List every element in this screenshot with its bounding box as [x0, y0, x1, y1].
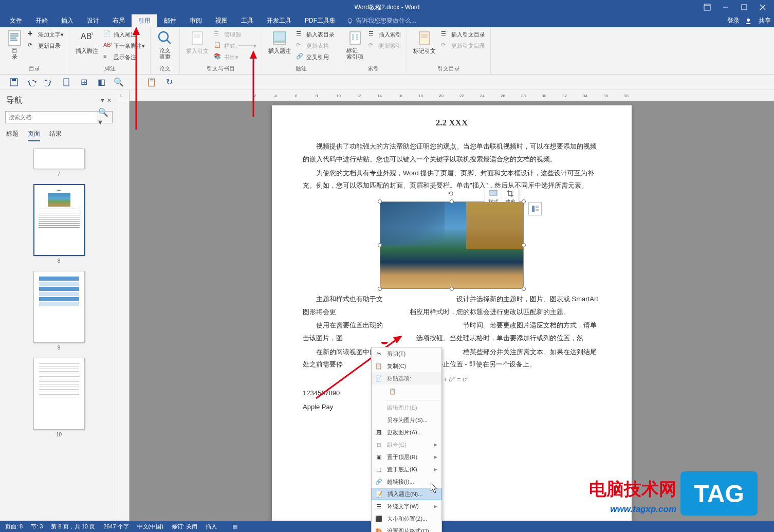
ruler-corner: L — [118, 90, 130, 101]
insert-index-button[interactable]: ☰插入索引 — [366, 29, 403, 40]
selected-image[interactable]: ⟲ 样式 裁剪 — [380, 201, 524, 289]
document-page[interactable]: 2.2 XXX 视频提供了功能强大的方法帮助您证明您的观点。当您单击联机视频时，… — [272, 105, 632, 521]
svg-text:26: 26 — [501, 94, 505, 98]
status-section[interactable]: 节: 3 — [31, 523, 43, 530]
ctx-bring-front[interactable]: ▣置于顶层(R)▶ — [372, 451, 441, 463]
insert-endnote-button[interactable]: 📄插入尾注 — [101, 29, 147, 40]
cross-reference-button[interactable]: 🔗交叉引用 — [294, 51, 337, 63]
tab-tools[interactable]: 工具 — [234, 14, 260, 27]
nav-search-box[interactable]: 🔍 ▾ — [5, 111, 113, 123]
tab-home[interactable]: 开始 — [29, 14, 54, 27]
qat-more-3[interactable]: 🔍 — [110, 76, 127, 89]
resize-handle-l[interactable] — [378, 243, 382, 247]
qat-more-4[interactable]: 📋 — [143, 76, 160, 89]
style-dropdown[interactable]: 📋样式: ▾ — [212, 40, 259, 51]
resize-handle-br[interactable] — [522, 287, 526, 291]
resize-handle-r[interactable] — [522, 243, 526, 247]
qat-more-1[interactable]: ⊞ — [75, 76, 93, 89]
layout-options-button[interactable] — [528, 202, 542, 215]
ctx-send-back[interactable]: ▢置于底层(K)▶ — [372, 463, 441, 475]
document-viewport[interactable]: 2.2 XXX 视频提供了功能强大的方法帮助您证明您的观点。当您单击联机视频时，… — [130, 101, 774, 521]
resize-handle-tr[interactable] — [522, 199, 526, 204]
maximize-icon[interactable] — [735, 0, 753, 14]
thumbnail-7[interactable]: 7 — [0, 149, 118, 177]
toc-button[interactable]: 目 录 — [3, 29, 26, 61]
tab-file[interactable]: 文件 — [3, 14, 29, 27]
tab-design[interactable]: 设计 — [80, 14, 106, 27]
redo-button[interactable] — [40, 76, 58, 89]
status-track-changes[interactable]: 修订: 关闭 — [172, 523, 197, 530]
next-footnote-button[interactable]: AB¹下一条脚注 ▾ — [101, 40, 147, 51]
vertical-ruler[interactable] — [118, 101, 130, 521]
ctx-wrap-text[interactable]: ☰环绕文字(W)▶ — [372, 500, 441, 512]
ctx-format-picture[interactable]: 🎨设置图片格式(O)... — [372, 525, 441, 532]
insert-citation-button[interactable]: 插入引文 — [183, 29, 212, 56]
resize-handle-bl[interactable] — [378, 287, 382, 291]
paper-check-button[interactable]: 论文 查重 — [154, 29, 176, 61]
nav-tab-headings[interactable]: 标题 — [6, 130, 19, 141]
resize-handle-tl[interactable] — [378, 199, 382, 204]
show-notes-button[interactable]: ≡显示备注 — [101, 51, 147, 63]
update-authorities-button[interactable]: ⟳更新引文目录 — [439, 40, 487, 51]
ctx-cut[interactable]: ✂剪切(T) — [372, 347, 441, 360]
thumbnail-8[interactable]: ■■■■ 8 — [0, 184, 118, 264]
ctx-change-picture[interactable]: 🖼更改图片(A)... — [372, 426, 441, 438]
watermark-url: www.tagxp.com — [610, 504, 676, 515]
person-icon — [745, 17, 752, 25]
update-toc-button[interactable]: ⟳更新目录 — [26, 40, 66, 51]
thumbnail-9[interactable]: 9 — [0, 271, 118, 351]
insert-footnote-button[interactable]: AB1 插入脚注 — [72, 29, 101, 56]
status-insert-mode[interactable]: 插入 — [206, 523, 217, 530]
tab-insert[interactable]: 插入 — [54, 14, 80, 27]
nav-close-button[interactable]: ▼ ✕ — [100, 97, 112, 104]
nav-tab-pages[interactable]: 页面 — [28, 130, 40, 141]
ctx-paste-option[interactable]: 📋 — [387, 386, 398, 397]
tab-review[interactable]: 审阅 — [183, 14, 209, 27]
status-page-detail[interactable]: 第 8 页，共 10 页 — [51, 523, 95, 530]
nav-search-input[interactable] — [6, 112, 98, 123]
ctx-copy[interactable]: 📋复制(C) — [372, 360, 441, 372]
update-icon: ⟳ — [296, 42, 304, 50]
qat-more-5[interactable]: ↻ — [160, 76, 178, 89]
mark-citation-button[interactable]: 标记引文 — [410, 29, 439, 56]
sign-in-link[interactable]: 登录 — [727, 16, 740, 25]
status-macro-icon[interactable]: ▦ — [232, 523, 237, 530]
bibliography-button[interactable]: 📚书目 ▾ — [212, 51, 259, 63]
tab-developer[interactable]: 开发工具 — [260, 14, 298, 27]
insert-authorities-button[interactable]: ☰插入引文目录 — [439, 29, 487, 40]
insert-caption-button[interactable]: 插入题注 — [265, 29, 294, 56]
save-button[interactable] — [5, 76, 23, 89]
mark-index-button[interactable]: 标记 索引项 — [343, 29, 366, 61]
resize-handle-t[interactable] — [450, 199, 454, 204]
horizontal-ruler[interactable]: L 2468 10121416 18202224 26283032 343638 — [118, 90, 774, 101]
nav-tab-results[interactable]: 结果 — [49, 130, 62, 141]
tab-view[interactable]: 视图 — [209, 14, 234, 27]
minimize-icon[interactable] — [716, 0, 735, 14]
update-index-button[interactable]: ⟳更新索引 — [366, 40, 403, 51]
status-language[interactable]: 中文(中国) — [137, 523, 163, 530]
tab-references[interactable]: 引用 — [132, 14, 157, 27]
update-table-button[interactable]: ⟳更新表格 — [294, 40, 337, 51]
tab-pdf[interactable]: PDF工具集 — [298, 14, 342, 27]
status-page[interactable]: 页面: 8 — [5, 523, 23, 530]
qat-more-2[interactable]: ◧ — [93, 76, 110, 89]
resize-handle-b[interactable] — [450, 287, 454, 291]
close-icon[interactable] — [753, 0, 772, 14]
tell-me-search[interactable]: 告诉我您想要做什么... — [346, 16, 416, 25]
next-icon: AB¹ — [103, 42, 112, 50]
insert-figures-button[interactable]: ☰插入表目录 — [294, 29, 337, 40]
rotate-handle[interactable]: ⟲ — [448, 188, 453, 200]
ctx-save-as-picture[interactable]: 另存为图片(S)... — [372, 414, 441, 426]
new-button[interactable] — [58, 76, 75, 89]
add-text-button[interactable]: ✚添加文字 ▾ — [26, 29, 66, 40]
ctx-size-position[interactable]: ⬛大小和位置(Z)... — [372, 512, 441, 525]
thumbnail-10[interactable]: 10 — [0, 358, 118, 437]
undo-button[interactable]: ▾ — [23, 76, 40, 89]
tab-mailings[interactable]: 邮件 — [157, 14, 183, 27]
search-icon[interactable]: 🔍 ▾ — [98, 112, 112, 123]
status-word-count[interactable]: 2647 个字 — [103, 523, 129, 530]
share-button[interactable]: 共享 — [745, 16, 771, 25]
ribbon-options-icon[interactable] — [698, 0, 716, 14]
manage-sources-button[interactable]: ☰管理源 — [212, 29, 259, 40]
tab-layout[interactable]: 布局 — [106, 14, 132, 27]
